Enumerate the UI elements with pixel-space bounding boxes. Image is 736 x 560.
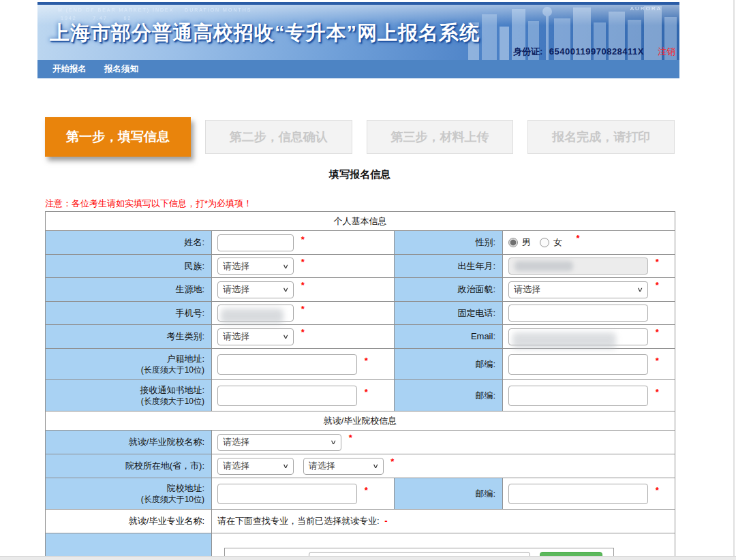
chevron-down-icon: ∨ (283, 263, 290, 270)
horizontal-scrollbar[interactable] (0, 556, 736, 560)
school-location-field-cell: 请选择 ∨ 请选择 ∨ * (212, 454, 675, 478)
household-address-input[interactable] (217, 354, 357, 375)
email-input[interactable] (508, 328, 648, 345)
birth-label: 出生年月: (395, 255, 503, 278)
step-tabs: 第一步，填写信息 第二步，信息确认 第三步，材料上传 报名完成，请打印 (45, 117, 675, 158)
ethnic-field-cell: 请选择 ∨ * (212, 255, 395, 278)
logout-link[interactable]: 注销 (658, 46, 675, 58)
required-asterisk: * (656, 387, 659, 397)
site-title: 上海市部分普通高校招收“专升本”网上报名系统 (50, 20, 480, 47)
chevron-down-icon: ∨ (283, 286, 290, 293)
banner-photo-text-right: AURORA (630, 5, 662, 12)
required-asterisk: * (301, 234, 305, 245)
mail-zip-label: 邮编: (395, 380, 503, 411)
gender-female-text: 女 (553, 237, 562, 247)
required-asterisk: * (656, 356, 659, 366)
school-province-select-value: 请选择 (223, 460, 249, 472)
mobile-label: 手机号: (46, 302, 212, 325)
tab-step2-confirm-info[interactable]: 第二步，信息确认 (205, 120, 352, 154)
political-label: 政治面貌: (395, 278, 503, 302)
school-zip-input[interactable] (508, 484, 648, 504)
school-location-label: 院校所在地(省，市): (46, 454, 212, 478)
origin-field-cell: 请选择 ∨ * (212, 278, 395, 302)
required-asterisk: * (656, 485, 659, 495)
required-asterisk: * (656, 327, 659, 337)
birth-date-input (508, 258, 648, 275)
id-card-label: 身份证: (513, 46, 542, 57)
ethnic-select[interactable]: 请选择 ∨ (217, 258, 294, 275)
mail-zip-input[interactable] (508, 386, 648, 406)
school-address-input[interactable] (217, 484, 357, 504)
gender-female-radio[interactable] (540, 238, 549, 247)
id-card-value: 65400119970828411X (549, 46, 644, 57)
major-selected-value: - (384, 516, 387, 526)
id-card-row: 身份证: 65400119970828411X (513, 46, 644, 58)
mail-zip-field-cell: * (503, 380, 675, 411)
major-name-label: 就读/毕业专业名称: (46, 510, 212, 533)
ethnic-select-value: 请选择 (223, 260, 249, 273)
required-notice: 注意：各位考生请如实填写以下信息，打*为必填项！ (45, 198, 252, 210)
candidate-type-field-cell: 请选择 ∨ * (212, 325, 395, 349)
required-asterisk: * (301, 304, 305, 314)
landline-field-cell (503, 302, 675, 325)
landline-input[interactable] (508, 305, 648, 322)
required-asterisk: * (349, 433, 352, 443)
chevron-down-icon: ∨ (283, 333, 290, 340)
school-name-field-cell: 请选择 ∨ * (212, 431, 675, 454)
chevron-down-icon: ∨ (331, 439, 337, 446)
email-label: Email: (395, 325, 503, 349)
origin-select-value: 请选择 (223, 283, 249, 296)
required-asterisk: * (656, 257, 659, 267)
required-asterisk: * (656, 280, 659, 290)
household-address-field-cell: * (212, 349, 395, 380)
registration-form-table: 个人基本信息 姓名: * 性别: 男 女 * 民族: 请选择 ∨ (45, 211, 675, 560)
school-zip-label: 邮编: (395, 478, 503, 510)
required-asterisk: * (301, 257, 305, 267)
ethnic-label: 民族: (46, 255, 212, 278)
gender-label: 性别: (395, 231, 503, 255)
household-zip-input[interactable] (508, 354, 648, 375)
vertical-scrollbar[interactable] (733, 0, 735, 560)
name-label: 姓名: (46, 231, 212, 255)
landline-label: 固定电话: (395, 302, 503, 325)
name-field-cell: * (212, 231, 395, 255)
birth-field-cell: * (503, 255, 675, 278)
chevron-down-icon: ∨ (283, 463, 290, 469)
mail-address-input[interactable] (217, 386, 357, 406)
school-province-select[interactable]: 请选择 ∨ (217, 458, 294, 475)
school-name-select[interactable]: 请选择 ∨ (217, 434, 341, 451)
political-select[interactable]: 请选择 ∨ (508, 281, 648, 298)
tab-step4-print[interactable]: 报名完成，请打印 (527, 120, 675, 154)
tab-step1-fill-info[interactable]: 第一步，填写信息 (45, 117, 191, 157)
gender-male-radio[interactable] (508, 238, 518, 247)
household-zip-label: 邮编: (395, 349, 503, 380)
page-root: M (END OF BEAR MARKET) INDEX DURATION MO… (0, 0, 736, 560)
main-nav: 开始报名 报名须知 (37, 60, 679, 78)
required-asterisk: * (365, 387, 368, 397)
email-field-cell: * (503, 325, 675, 349)
school-city-select[interactable]: 请选择 ∨ (303, 458, 384, 475)
school-address-label: 院校地址: (长度须大于10位) (46, 478, 212, 510)
tab-step3-upload-materials[interactable]: 第三步，材料上传 (367, 120, 514, 154)
form-title: 填写报名信息 (45, 168, 675, 181)
required-asterisk: * (365, 356, 368, 366)
section-title-school: 就读/毕业院校信息 (46, 411, 675, 431)
nav-start-registration[interactable]: 开始报名 (52, 63, 87, 75)
header-banner: M (END OF BEAR MARKET) INDEX DURATION MO… (37, 2, 679, 60)
major-hint-cell: 请在下面查找专业，当前已选择就读专业: - (212, 510, 675, 533)
major-hint-text: 请在下面查找专业，当前已选择就读专业: (217, 516, 380, 526)
origin-select[interactable]: 请选择 ∨ (217, 281, 294, 298)
household-zip-field-cell: * (503, 349, 675, 380)
gender-male-text: 男 (522, 237, 531, 247)
political-field-cell: 请选择 ∨ * (503, 278, 675, 302)
nav-registration-notes[interactable]: 报名须知 (104, 63, 138, 75)
candidate-type-select[interactable]: 请选择 ∨ (217, 328, 294, 345)
household-address-label: 户籍地址: (长度须大于10位) (46, 349, 212, 380)
required-asterisk: * (301, 327, 305, 337)
mobile-input[interactable] (217, 305, 294, 322)
origin-label: 生源地: (46, 278, 212, 302)
mail-address-label: 接收通知书地址: (长度须大于10位) (46, 380, 212, 411)
candidate-type-label: 考生类别: (46, 325, 212, 349)
school-name-label: 就读/毕业院校名称: (46, 431, 212, 454)
name-input[interactable] (217, 234, 294, 251)
